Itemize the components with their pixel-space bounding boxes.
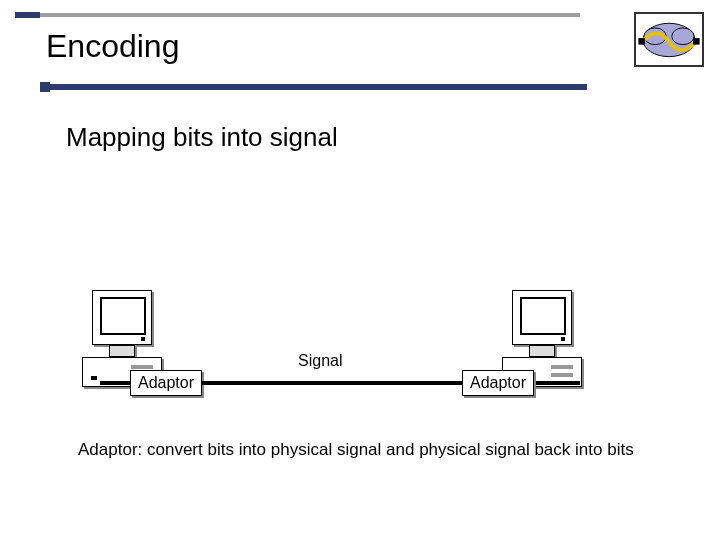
signal-label: Signal bbox=[298, 352, 342, 370]
slide-title: Encoding bbox=[46, 28, 179, 65]
top-rule-light bbox=[40, 13, 580, 17]
wire-stub-right bbox=[534, 381, 580, 385]
slide: Encoding Mapping bits into signal Adapto… bbox=[0, 0, 720, 540]
signal-line bbox=[202, 381, 462, 385]
adaptor-box-left: Adaptor bbox=[130, 370, 202, 396]
adaptor-box-right: Adaptor bbox=[462, 370, 534, 396]
cloud-wave-icon bbox=[634, 12, 704, 67]
top-rule-accent bbox=[15, 12, 40, 18]
svg-rect-4 bbox=[693, 38, 699, 44]
encoding-diagram: Adaptor Adaptor Signal bbox=[82, 290, 642, 460]
diagram-caption: Adaptor: convert bits into physical sign… bbox=[78, 440, 634, 460]
slide-subtitle: Mapping bits into signal bbox=[66, 122, 338, 153]
svg-point-2 bbox=[672, 28, 694, 45]
mid-rule-dark bbox=[50, 84, 587, 90]
wire-stub-left bbox=[100, 381, 130, 385]
mid-rule-marker bbox=[40, 82, 50, 92]
svg-rect-3 bbox=[638, 38, 644, 44]
